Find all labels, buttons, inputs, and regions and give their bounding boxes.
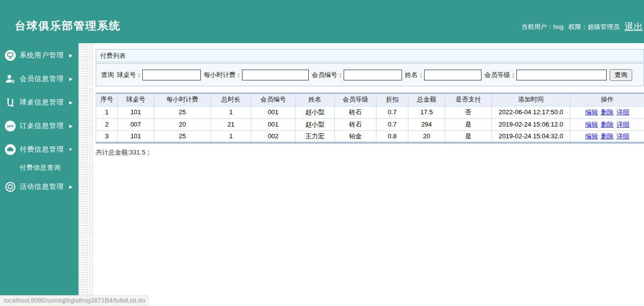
- sidebar-gutter: [79, 43, 93, 306]
- edit-link[interactable]: 编辑: [585, 132, 598, 140]
- table-cell: 赵小型: [295, 118, 335, 130]
- payment-table: 序号球桌号每小时计费总时长会员编号姓名会员等级折扣总金额是否支付添加时间操作 1…: [96, 93, 644, 144]
- sidebar-item-activities[interactable]: 活动信息管理 ▶: [0, 178, 79, 195]
- detail-link[interactable]: 详细: [617, 121, 629, 128]
- cloud-icon: [4, 144, 17, 155]
- edit-link[interactable]: 编辑: [585, 108, 598, 116]
- table-actions-cell: 编辑删除详细: [570, 130, 644, 143]
- panel-title: 付费列表: [96, 49, 644, 62]
- table-cell: 赵小型: [295, 106, 335, 118]
- member-level-label: 会员等级：: [484, 71, 516, 79]
- table-header-cell: 每小时计费: [154, 93, 211, 106]
- table-cell: 是: [445, 118, 492, 130]
- search-field-member-level: 会员等级：: [484, 70, 610, 80]
- detail-link[interactable]: 详细: [617, 108, 629, 116]
- hourly-rate-input[interactable]: [242, 70, 309, 80]
- table-cell: 25: [154, 130, 211, 143]
- table-actions-cell: 编辑删除详细: [570, 106, 644, 118]
- table-cell: 0.7: [376, 118, 408, 130]
- detail-link[interactable]: 详细: [617, 132, 629, 140]
- sidebar-item-system-users[interactable]: 系统用户管理 ▶: [0, 47, 79, 64]
- search-field-table-no: 球桌号：: [117, 70, 204, 80]
- user-gear-icon: [4, 73, 17, 85]
- search-prefix-label: 查询: [101, 71, 114, 79]
- sidebar-item-tables[interactable]: 球桌信息管理 ▶: [0, 94, 79, 111]
- table-cell: 101: [118, 130, 154, 143]
- role-label: 权限：超级管理员: [568, 23, 619, 31]
- chevron-right-icon: ▶: [69, 100, 73, 105]
- current-user-label: 当前用户：hsg: [521, 23, 564, 31]
- chevron-right-icon: ▶: [69, 53, 73, 58]
- member-no-input[interactable]: [344, 70, 402, 80]
- table-no-input[interactable]: [142, 70, 201, 80]
- table-cell: 0.7: [376, 106, 408, 118]
- main-content: 付费列表 查询 球桌号： 每小时计费： 会员编号： 姓名： 会员等级： 查询 序…: [93, 43, 644, 306]
- table-cell: 砖石: [335, 118, 376, 130]
- table-header-cell: 球桌号: [118, 93, 154, 106]
- table-cell: 2: [96, 118, 118, 130]
- table-cell: 1: [211, 130, 251, 143]
- app-icon: APP: [4, 120, 17, 132]
- table-cell: 20: [408, 130, 445, 143]
- table-cell: 007: [118, 118, 154, 130]
- table-cell: 25: [154, 106, 211, 118]
- sidebar-subitem-payment-query[interactable]: 付费信息查询: [0, 162, 79, 174]
- table-cell: 2019-02-24 15:04:32.0: [492, 130, 570, 143]
- hourly-rate-label: 每小时计费：: [204, 71, 242, 79]
- table-cell: 294: [408, 118, 445, 130]
- table-cell: 3: [96, 130, 118, 143]
- member-no-label: 会员编号：: [312, 71, 344, 79]
- table-row: 1101251001赵小型砖石0.717.5否2022-06-04 12:17:…: [96, 106, 644, 118]
- sidebar-item-label: 付费信息管理: [17, 145, 68, 154]
- table-body: 1101251001赵小型砖石0.717.5否2022-06-04 12:17:…: [96, 106, 644, 143]
- table-actions-cell: 编辑删除详细: [570, 118, 644, 130]
- search-field-member-no: 会员编号：: [312, 70, 405, 80]
- table-cell: 101: [118, 106, 154, 118]
- sidebar-item-label: 球桌信息管理: [17, 98, 69, 107]
- table-cell: 是: [445, 130, 492, 143]
- table-cell: 1: [211, 106, 251, 118]
- table-header-cell: 添加时间: [492, 93, 570, 106]
- table-cell: 001: [251, 106, 295, 118]
- svg-text:APP: APP: [7, 125, 14, 128]
- sidebar-item-members[interactable]: 会员信息管理 ▶: [0, 71, 79, 87]
- u-arrows-icon: [4, 97, 17, 108]
- chevron-right-icon: ▶: [69, 76, 73, 81]
- app-header: 台球俱乐部管理系统 当前用户：hsg 权限：超级管理员 退出: [0, 0, 644, 43]
- table-no-label: 球桌号：: [117, 71, 142, 79]
- logout-link[interactable]: 退出: [624, 21, 643, 33]
- table-header-cell: 姓名: [295, 93, 335, 106]
- table-header-row: 序号球桌号每小时计费总时长会员编号姓名会员等级折扣总金额是否支付添加时间操作: [96, 93, 644, 106]
- name-label: 姓名：: [405, 71, 424, 79]
- table-header-cell: 会员编号: [251, 93, 295, 106]
- table-header-cell: 总金额: [408, 93, 445, 106]
- table-header-cell: 会员等级: [335, 93, 376, 106]
- edit-link[interactable]: 编辑: [585, 121, 598, 128]
- table-cell: 20: [154, 118, 211, 130]
- table-cell: 17.5: [408, 106, 445, 118]
- sidebar-item-label: 活动信息管理: [17, 182, 69, 191]
- delete-link[interactable]: 删除: [601, 121, 614, 128]
- query-button[interactable]: 查询: [610, 69, 632, 81]
- status-url-tooltip: localhost:8080/ssmtqjlbglxthsg3871B4/fuf…: [0, 295, 148, 306]
- gear-icon: [4, 181, 17, 193]
- member-level-input[interactable]: [516, 70, 607, 80]
- sidebar-item-label: 订桌信息管理: [17, 122, 69, 130]
- table-cell: 0.8: [376, 130, 408, 143]
- chevron-right-icon: ▶: [69, 124, 73, 128]
- table-cell: 砖石: [335, 106, 376, 118]
- table-cell: 否: [445, 106, 492, 118]
- search-panel: 查询 球桌号： 每小时计费： 会员编号： 姓名： 会员等级： 查询: [96, 63, 644, 86]
- table-cell: 2022-06-04 12:17:50.0: [492, 106, 570, 118]
- delete-link[interactable]: 删除: [601, 108, 614, 116]
- delete-link[interactable]: 删除: [601, 132, 614, 140]
- table-cell: 002: [251, 130, 295, 143]
- sidebar-item-bookings[interactable]: APP 订桌信息管理 ▶: [0, 118, 79, 134]
- user-area: 当前用户：hsg 权限：超级管理员 退出: [521, 21, 643, 33]
- table-cell: 2019-02-24 15:06:12.0: [492, 118, 570, 130]
- table-header-cell: 操作: [570, 93, 644, 106]
- name-input[interactable]: [424, 70, 482, 80]
- sidebar-item-payments[interactable]: 付费信息管理 ▼: [0, 141, 79, 158]
- sidebar-item-label: 系统用户管理: [17, 51, 69, 60]
- app-title: 台球俱乐部管理系统: [15, 19, 121, 33]
